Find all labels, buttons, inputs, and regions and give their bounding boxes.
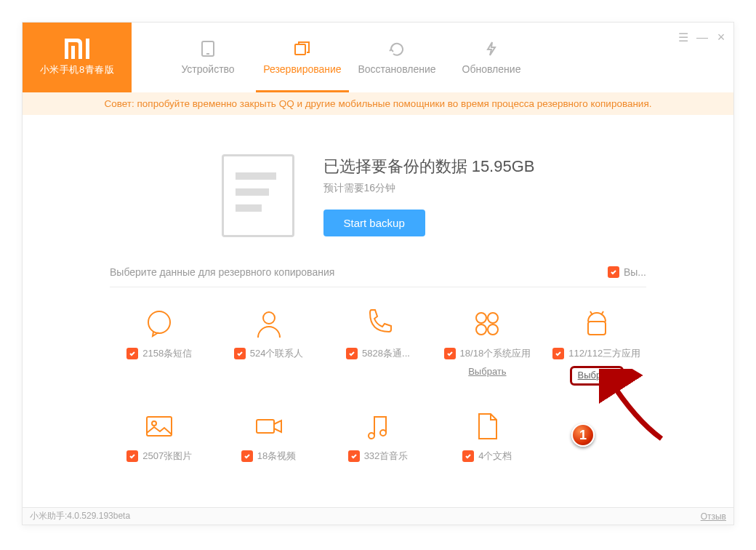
category-sms-label: 2158条短信 (142, 347, 192, 360)
category-photos[interactable]: 2507张图片 (110, 410, 209, 463)
checkbox-icon (126, 348, 138, 359)
summary-eta: 预计需要16分钟 (323, 182, 535, 195)
device-name: 小米手机8青春版 (40, 63, 114, 76)
section-title: Выберите данные для резервного копирован… (110, 266, 334, 278)
tab-restore-label: Восстановление (358, 63, 435, 75)
select-all[interactable]: Вы... (608, 266, 646, 278)
flash-icon (482, 41, 501, 59)
tab-update[interactable]: Обновление (444, 35, 539, 81)
checkbox-icon (234, 348, 246, 359)
svg-point-16 (152, 421, 156, 426)
tab-update-label: Обновление (462, 63, 521, 75)
logo-tile: 小米手机8青春版 (23, 23, 132, 92)
checkbox-icon (462, 450, 474, 462)
category-sysapps[interactable]: 18/18个系统应用 Выбрать (438, 308, 536, 386)
music-icon (362, 410, 394, 442)
tab-restore[interactable]: Восстановление (350, 35, 444, 81)
chat-icon (143, 308, 175, 340)
svg-point-18 (369, 433, 374, 439)
nav: Устройство Резервирование Восстановление… (132, 23, 733, 92)
category-thirdparty[interactable]: 112/112三方应用 Выбрать (547, 308, 646, 386)
checkbox-icon (552, 348, 564, 359)
minimize-icon[interactable]: — (696, 31, 709, 44)
svg-point-6 (148, 311, 170, 333)
category-videos[interactable]: 18条视频 (219, 410, 318, 463)
checkbox-icon (608, 266, 619, 278)
category-music-label: 332首音乐 (364, 450, 409, 463)
category-photos-label: 2507张图片 (142, 450, 192, 463)
category-grid: 2158条短信 524个联系人 5828条通... 18/18个系统应用 Выб… (110, 287, 646, 470)
checkbox-icon (126, 450, 138, 462)
select-all-label: Вы... (624, 266, 646, 278)
titlebar: 小米手机8青春版 Устройство Резервирование Восст… (23, 23, 733, 92)
summary-title: 已选择要备份的数据 15.95GB (323, 156, 535, 178)
category-sysapps-label: 18/18个系统应用 (460, 347, 531, 360)
tab-underline (256, 90, 349, 92)
restore-icon (387, 41, 406, 59)
tab-backup-label: Резервирование (263, 63, 341, 75)
svg-rect-12 (588, 322, 606, 335)
svg-point-11 (488, 324, 498, 335)
svg-rect-1 (71, 46, 75, 59)
tablet-icon (198, 41, 217, 59)
svg-rect-5 (295, 44, 305, 55)
category-contacts[interactable]: 524个联系人 (219, 308, 318, 386)
section-head: Выберите данные для резервного копирован… (110, 266, 646, 287)
svg-point-9 (488, 313, 498, 323)
close-icon[interactable]: × (715, 30, 728, 45)
category-calllog-label: 5828条通... (362, 347, 410, 360)
image-icon (143, 410, 175, 442)
category-sms[interactable]: 2158条短信 (110, 308, 209, 386)
checkbox-icon (348, 450, 360, 462)
version-label: 小米助手:4.0.529.193beta (30, 510, 130, 522)
svg-point-8 (476, 313, 486, 323)
svg-point-19 (380, 430, 386, 436)
svg-point-10 (476, 324, 486, 335)
data-section: Выберите данные для резервного копирован… (23, 266, 733, 470)
choose-thirdparty-link[interactable]: Выбрать (570, 366, 624, 386)
copy-icon (293, 41, 312, 59)
phone-icon (362, 308, 394, 340)
category-thirdparty-label: 112/112三方应用 (568, 347, 640, 360)
category-contacts-label: 524个联系人 (250, 347, 304, 360)
category-docs[interactable]: 4个文档 (438, 410, 536, 463)
choose-sysapps-link[interactable]: Выбрать (468, 366, 506, 377)
checkbox-icon (444, 348, 456, 359)
feedback-link[interactable]: Отзыв (701, 511, 726, 522)
category-calllog[interactable]: 5828条通... (329, 308, 427, 386)
svg-rect-15 (147, 417, 172, 436)
summary-size: 15.95GB (472, 157, 535, 175)
checkbox-icon (346, 348, 358, 359)
svg-rect-2 (86, 39, 89, 59)
tip-banner: Совет: попробуйте временно закрыть QQ и … (23, 92, 733, 115)
tab-device[interactable]: Устройство (161, 35, 255, 81)
document-small-icon (471, 410, 503, 442)
svg-point-7 (263, 312, 275, 324)
android-icon (581, 308, 613, 340)
category-music[interactable]: 332首音乐 (329, 410, 427, 463)
tab-device-label: Устройство (181, 63, 234, 75)
summary-text: 已选择要备份的数据 15.95GB 预计需要16分钟 Start backup (323, 156, 535, 236)
start-backup-button[interactable]: Start backup (323, 210, 425, 236)
statusbar: 小米助手:4.0.529.193beta Отзыв (23, 507, 733, 525)
apps-icon (471, 308, 503, 340)
window-controls: ☰ — × (677, 30, 728, 45)
svg-rect-17 (257, 420, 274, 433)
person-icon (253, 308, 285, 340)
mi-logo-icon (65, 39, 89, 59)
document-icon (222, 154, 294, 237)
menu-icon[interactable]: ☰ (677, 31, 690, 44)
tab-backup[interactable]: Резервирование (255, 35, 350, 81)
summary-title-prefix: 已选择要备份的数据 (323, 157, 467, 175)
checkbox-icon (241, 450, 253, 462)
summary: 已选择要备份的数据 15.95GB 预计需要16分钟 Start backup (23, 115, 733, 266)
category-videos-label: 18条视频 (257, 450, 296, 463)
category-docs-label: 4个文档 (478, 450, 512, 463)
video-icon (253, 410, 285, 442)
app-window: 小米手机8青春版 Устройство Резервирование Восст… (22, 22, 734, 525)
